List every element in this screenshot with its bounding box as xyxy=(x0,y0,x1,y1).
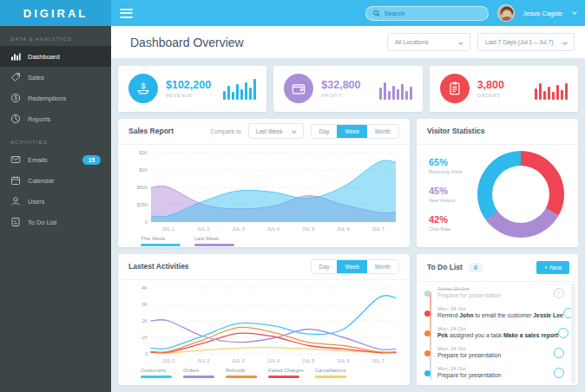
todo-text: Prepare for presentation xyxy=(437,352,554,358)
latest-activities-title: Lastest Activities xyxy=(128,262,304,271)
new-visitors-label: New Visitors xyxy=(429,198,469,203)
user-menu-chevron-icon[interactable] xyxy=(572,10,577,15)
todo-date: Mon, 24 Oct xyxy=(437,346,554,351)
sidebar-item-reports[interactable]: Reports xyxy=(0,108,111,129)
todo-item[interactable]: Mon, 24 Oct Remind John to email the cus… xyxy=(417,304,578,323)
legend-orders: Orders xyxy=(183,368,214,373)
dashboard-content: $ $102,200 REVENUE $32,800 PROFIT xyxy=(111,59,585,392)
svg-text:JUL 7: JUL 7 xyxy=(372,226,385,232)
revenue-card[interactable]: $ $102,200 REVENUE xyxy=(118,66,266,112)
main-content: Dashboard Overview All Locations Last 7 … xyxy=(111,26,585,392)
todo-date: Today, 21 Oct xyxy=(437,286,554,291)
todo-checkbox[interactable]: ✓ xyxy=(558,328,569,338)
search-box[interactable] xyxy=(365,6,489,21)
svg-text:4K: 4K xyxy=(141,285,148,291)
profit-card[interactable]: $32,800 PROFIT xyxy=(273,66,422,112)
dollar-circle-icon: $ xyxy=(10,93,21,103)
toggle-day[interactable]: Day xyxy=(312,125,338,138)
legend-refunds: Refunds xyxy=(226,368,257,373)
svg-text:JUL 6: JUL 6 xyxy=(337,226,349,232)
svg-text:JUL 4: JUL 4 xyxy=(267,226,279,232)
toggle-week[interactable]: Week xyxy=(337,260,367,273)
activities-period-toggle: Day Week Month xyxy=(311,259,399,274)
svg-text:2K: 2K xyxy=(141,318,148,323)
wallet-icon xyxy=(284,74,313,103)
sidebar-item-users[interactable]: Users xyxy=(0,191,111,212)
sidebar-item-emails[interactable]: Emails 15 xyxy=(0,149,111,170)
svg-text:JUL 2: JUL 2 xyxy=(197,226,209,232)
toggle-week[interactable]: Week xyxy=(337,125,367,138)
svg-text:JUL 6: JUL 6 xyxy=(337,358,349,363)
legend-this-week: This Week xyxy=(141,236,181,241)
revenue-icon: $ xyxy=(128,74,158,103)
user-name[interactable]: Jesus Cagide xyxy=(523,10,562,17)
svg-text:JUL 5: JUL 5 xyxy=(302,358,314,363)
sidebar-item-sales[interactable]: Sales xyxy=(0,67,111,88)
stat-cards-row: $ $102,200 REVENUE $32,800 PROFIT xyxy=(118,66,578,112)
sales-report-title: Sales Report xyxy=(128,127,203,135)
checklist-icon xyxy=(10,217,21,227)
svg-text:$: $ xyxy=(141,82,145,90)
activities-chart: 01K2K3K4KJUL 1JUL 2JUL 3JUL 4JUL 5JUL 6J… xyxy=(128,284,399,365)
todo-date: Mon, 24 Oct xyxy=(437,306,563,311)
todo-text: Pek assigned you a task Make a sales rep… xyxy=(437,332,558,338)
svg-text:$: $ xyxy=(14,95,17,101)
profit-label: PROFIT xyxy=(321,93,360,98)
profit-value: $32,800 xyxy=(321,79,360,91)
revenue-value: $102,200 xyxy=(166,79,211,91)
todo-text: Remind John to email the customer Jessie… xyxy=(437,312,563,318)
svg-text:JUL 4: JUL 4 xyxy=(267,358,279,363)
svg-text:$2K: $2K xyxy=(139,150,148,155)
returning-visits-label: Returning Visits xyxy=(429,169,469,174)
svg-text:JUL 1: JUL 1 xyxy=(162,226,174,232)
avatar[interactable] xyxy=(497,4,515,22)
toggle-month[interactable]: Month xyxy=(367,125,398,138)
svg-text:JUL 3: JUL 3 xyxy=(233,226,245,232)
orders-card[interactable]: 3,800 ORDERS xyxy=(430,66,578,112)
todo-status-dot xyxy=(424,310,431,317)
orders-label: ORDERS xyxy=(477,93,504,98)
location-filter-select[interactable]: All Locations xyxy=(387,33,470,51)
date-range-select[interactable]: Last 7 Days (Jul 1 – Jul 7) xyxy=(477,33,575,51)
svg-text:JUL 1: JUL 1 xyxy=(162,358,174,363)
orders-sparkline xyxy=(535,77,568,100)
sidebar-item-redemptions[interactable]: $ Redemptions xyxy=(0,88,111,108)
page-title: Dashboard Overview xyxy=(130,36,380,49)
legend-cancellations: Cancellations xyxy=(315,368,346,373)
emails-count-badge: 15 xyxy=(82,155,101,165)
svg-text:JUL 2: JUL 2 xyxy=(197,358,209,363)
bar-chart-icon xyxy=(10,51,21,62)
search-input[interactable] xyxy=(385,10,481,17)
sidebar-item-calendar[interactable]: Calendar xyxy=(0,170,111,191)
sidebar: DATA & ANALYTICS Dashboard Sales $ Redem… xyxy=(0,26,111,392)
todo-checkbox[interactable]: ✓ xyxy=(554,348,564,358)
visitor-donut-chart xyxy=(477,151,564,238)
pie-chart-icon xyxy=(10,114,21,124)
app-window: DIGIRAL Jesus Cagide DATA & ANALYTICS Da… xyxy=(0,0,585,392)
toggle-day[interactable]: Day xyxy=(312,260,338,273)
toggle-month[interactable]: Month xyxy=(367,260,398,273)
legend-last-week: Last Week xyxy=(194,236,234,241)
svg-text:3K: 3K xyxy=(141,302,148,307)
scrollbar-track[interactable] xyxy=(571,284,575,383)
revenue-label: REVENUE xyxy=(166,93,211,98)
click-rate-label: Click Rate xyxy=(429,226,469,232)
returning-visits-value: 65% xyxy=(429,157,469,167)
todo-date: Mon, 24 Oct xyxy=(437,326,558,331)
visitor-statistics-title: Visitor Statistics xyxy=(427,127,568,135)
new-todo-button[interactable]: + New xyxy=(536,261,569,274)
svg-text:$250: $250 xyxy=(137,202,148,207)
todo-checkbox[interactable]: ✓ xyxy=(554,288,564,298)
legend-failed-charges: Failed Charges xyxy=(268,368,304,373)
todo-item[interactable]: Mon, 24 Oct Prepare for presentation ✓ xyxy=(417,363,578,383)
sidebar-item-dashboard[interactable]: Dashboard xyxy=(0,46,111,67)
todo-item[interactable]: Mon, 24 Oct Prepare for presentation ✓ xyxy=(417,343,578,363)
todo-item[interactable]: Today, 21 Oct Prepare for presentation ✓ xyxy=(417,284,578,304)
menu-toggle-icon[interactable] xyxy=(120,9,133,18)
todo-item[interactable]: Mon, 24 Oct Pek assigned you a task Make… xyxy=(417,323,578,343)
sidebar-item-todo-list[interactable]: To Do List xyxy=(0,212,111,232)
todo-list: Today, 21 Oct Prepare for presentation ✓… xyxy=(417,282,578,385)
todo-checkbox[interactable]: ✓ xyxy=(554,368,564,378)
sidebar-section-data-analytics: DATA & ANALYTICS xyxy=(10,36,101,42)
compare-period-select[interactable]: Last Week xyxy=(248,123,304,139)
